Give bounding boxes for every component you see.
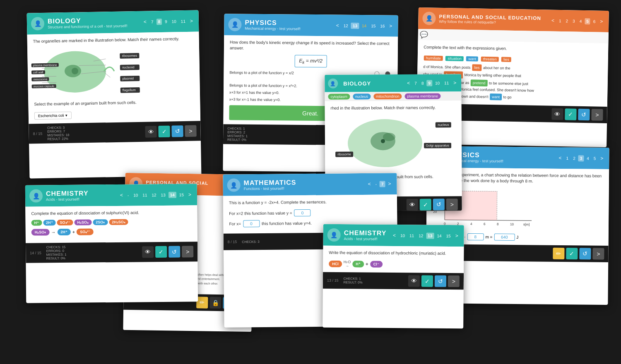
physics-top-nav[interactable]: < 12 13 14 15 16 > xyxy=(335,22,394,29)
nav-7[interactable]: 7 xyxy=(149,19,155,25)
nav-next[interactable]: > xyxy=(188,17,195,25)
next-btn[interactable]: > xyxy=(592,248,604,260)
pill-2h[interactable]: 2H⁺ xyxy=(43,220,56,225)
chem-left-nav[interactable]: < - 10 11 12 13 14 15 > xyxy=(118,191,193,199)
nav-prev[interactable]: < xyxy=(335,22,341,29)
bio-mid-nav[interactable]: < 7 8 9 10 11 > xyxy=(405,79,458,87)
pill-2so4[interactable]: 2SO₄ xyxy=(93,219,108,225)
nav-16[interactable]: 16 xyxy=(378,23,386,29)
math-v2[interactable]: 0 xyxy=(243,220,260,227)
math-v1[interactable]: 0 xyxy=(294,209,310,216)
eye-btn[interactable]: 👁 xyxy=(408,275,420,287)
nav-7[interactable]: 7 xyxy=(413,80,419,86)
refresh-btn[interactable]: ↺ xyxy=(435,275,446,287)
nav-15[interactable]: 15 xyxy=(444,232,452,239)
nav-14[interactable]: 14 xyxy=(168,192,176,198)
pill-so4[interactable]: SO₄²⁻ xyxy=(57,220,73,225)
nav-3[interactable]: 3 xyxy=(571,18,577,24)
refresh-btn[interactable]: ↺ xyxy=(579,248,591,259)
nav-8[interactable]: 8 xyxy=(156,18,162,24)
nav-next[interactable]: > xyxy=(599,155,605,162)
nav-7[interactable]: 7 xyxy=(380,181,385,187)
refresh-btn[interactable]: ↺ xyxy=(168,246,180,258)
nav-prev[interactable]: < xyxy=(142,18,148,26)
next-btn[interactable]: > xyxy=(446,199,458,210)
m-value[interactable]: 8 xyxy=(467,233,484,240)
nav-10[interactable]: 10 xyxy=(170,18,178,24)
phys-right-nav[interactable]: < 1 2 3 4 5 > xyxy=(557,154,605,162)
nav-next[interactable]: > xyxy=(187,191,193,198)
refresh-btn[interactable]: ↺ xyxy=(578,109,590,120)
nav-10[interactable]: 10 xyxy=(399,232,407,239)
nav-6[interactable]: 6 xyxy=(592,18,597,24)
nav-11[interactable]: 11 xyxy=(443,80,450,86)
nav-dash[interactable]: - xyxy=(374,181,378,187)
nav-13[interactable]: 13 xyxy=(351,22,359,29)
nav-prev[interactable]: < xyxy=(557,154,563,162)
next-btn[interactable]: > xyxy=(448,275,460,287)
check-btn[interactable]: ✓ xyxy=(420,199,431,211)
j-value[interactable]: 640 xyxy=(494,234,515,241)
organism-dropdown[interactable]: Escherichia coli ▾ xyxy=(34,112,72,120)
nav-14[interactable]: 14 xyxy=(360,23,368,29)
nav-8[interactable]: 8 xyxy=(420,80,426,86)
nav-3[interactable]: 3 xyxy=(578,155,584,161)
eye-btn[interactable]: 👁 xyxy=(142,246,154,258)
nav-14[interactable]: 14 xyxy=(435,232,443,239)
math-nav[interactable]: < - 7 > xyxy=(366,180,393,188)
check-btn[interactable]: ✓ xyxy=(565,108,576,120)
nav-12[interactable]: 12 xyxy=(150,192,158,198)
nav-11[interactable]: 11 xyxy=(141,192,149,198)
nav-4[interactable]: 4 xyxy=(578,18,584,24)
pencil-btn[interactable]: ✏ xyxy=(196,297,208,308)
nav-9[interactable]: 9 xyxy=(426,80,432,86)
nav-15[interactable]: 15 xyxy=(178,192,185,198)
next-btn[interactable]: > xyxy=(185,125,196,137)
nav-next[interactable]: > xyxy=(598,18,604,25)
nav-15[interactable]: 15 xyxy=(369,23,377,29)
pill-h[interactable]: H⁺ xyxy=(31,220,42,225)
nav-prev[interactable]: < xyxy=(550,17,556,24)
refresh-btn[interactable]: ↺ xyxy=(171,125,183,137)
dropdown-arrow[interactable]: ▾ xyxy=(65,113,67,117)
nav-next[interactable]: > xyxy=(387,180,393,187)
nav-11[interactable]: 11 xyxy=(179,18,187,24)
pill-2h2so4[interactable]: 2H₂SO₄ xyxy=(109,219,128,225)
nav-13[interactable]: 13 xyxy=(426,232,434,239)
lock-btn[interactable]: 🔒 xyxy=(209,297,221,308)
eye-btn[interactable]: 👁 xyxy=(551,108,563,120)
pill-h2so4[interactable]: H₂SO₄ xyxy=(75,219,92,225)
nav-next[interactable]: > xyxy=(452,79,458,86)
nav-next[interactable]: > xyxy=(454,232,460,239)
eye-btn[interactable]: 👁 xyxy=(145,126,156,137)
nav-10[interactable]: 10 xyxy=(433,80,441,86)
nav-prev[interactable]: < xyxy=(391,232,397,239)
nav-1[interactable]: 1 xyxy=(557,17,563,24)
nav-next[interactable]: > xyxy=(388,22,394,30)
pse-nav[interactable]: < 1 2 3 4 5 6 > xyxy=(550,17,605,25)
refresh-btn[interactable]: ↺ xyxy=(433,199,445,210)
pencil-btn[interactable]: ✏ xyxy=(553,248,564,259)
nav-prev[interactable]: < xyxy=(405,79,412,87)
nav-13[interactable]: 13 xyxy=(159,192,167,198)
chem-right-nav[interactable]: < 10 11 12 13 14 15 > xyxy=(391,232,460,239)
nav-9[interactable]: 9 xyxy=(163,18,169,24)
check-btn[interactable]: ✓ xyxy=(421,275,433,287)
nav-12[interactable]: 12 xyxy=(342,22,350,29)
nav-10[interactable]: 10 xyxy=(132,192,140,198)
nav-5[interactable]: 5 xyxy=(592,155,598,161)
nav-5[interactable]: 5 xyxy=(585,18,590,24)
check-btn[interactable]: ✓ xyxy=(155,246,167,258)
nav-1[interactable]: 1 xyxy=(565,155,570,161)
nav-4[interactable]: 4 xyxy=(585,155,591,161)
next-btn[interactable]: > xyxy=(182,246,193,257)
nav-dash[interactable]: - xyxy=(126,192,130,198)
nav-prev[interactable]: < xyxy=(366,180,373,188)
check-btn[interactable]: ✓ xyxy=(158,126,170,137)
nav-11[interactable]: 11 xyxy=(408,232,416,239)
biology-nav[interactable]: < 7 8 9 10 11 > xyxy=(142,17,195,26)
nav-12[interactable]: 12 xyxy=(417,232,425,239)
nav-2[interactable]: 2 xyxy=(571,155,577,161)
eye-btn[interactable]: 👁 xyxy=(407,199,418,211)
nav-prev[interactable]: < xyxy=(118,192,125,199)
